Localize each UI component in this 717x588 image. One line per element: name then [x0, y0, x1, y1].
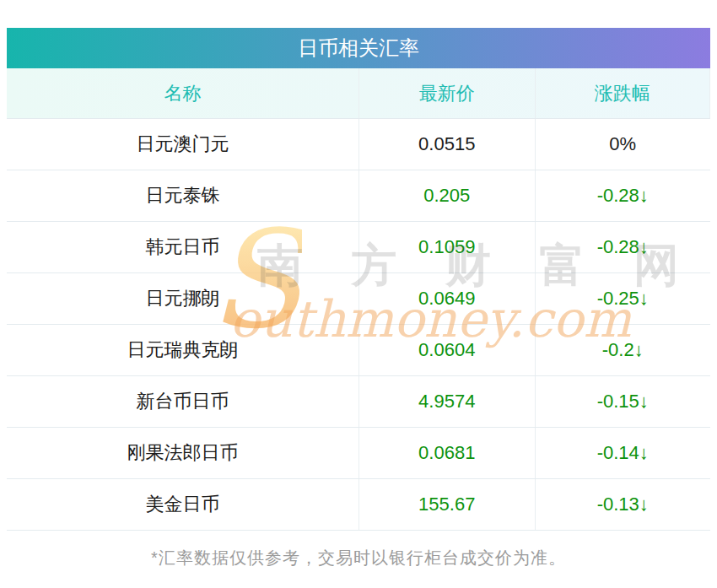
pair-name: 日元瑞典克朗	[7, 325, 358, 375]
pair-name: 日元泰铢	[7, 170, 358, 221]
latest-price: 155.67	[358, 479, 535, 530]
change-percent: 0%	[535, 119, 711, 170]
change-percent: -0.25↓	[535, 273, 711, 324]
latest-price: 0.0515	[358, 119, 535, 170]
exchange-rate-page: 日币相关汇率 名称 最新价 涨跌幅 日元澳门元 0.0515 0% 日元泰铢 0…	[0, 0, 717, 588]
column-header-change: 涨跌幅	[535, 68, 711, 118]
column-header-price: 最新价	[358, 68, 535, 118]
table-row: 刚果法郎日币 0.0681 -0.14↓	[7, 428, 710, 479]
table-row: 新台币日币 4.9574 -0.15↓	[7, 376, 710, 428]
change-percent: -0.2↓	[535, 325, 711, 375]
table-row: 日元泰铢 0.205 -0.28↓	[7, 170, 710, 222]
table-header-row: 名称 最新价 涨跌幅	[7, 68, 710, 119]
change-percent: -0.28↓	[535, 170, 711, 221]
change-percent: -0.15↓	[535, 376, 711, 427]
pair-name: 日元挪朗	[7, 273, 358, 324]
latest-price: 0.205	[358, 170, 535, 221]
rate-table: 日币相关汇率 名称 最新价 涨跌幅 日元澳门元 0.0515 0% 日元泰铢 0…	[7, 28, 710, 531]
table-row: 美金日币 155.67 -0.13↓	[7, 479, 710, 531]
change-percent: -0.28↓	[535, 222, 711, 272]
table-row: 日元挪朗 0.0649 -0.25↓	[7, 273, 710, 325]
table-row: 韩元日币 0.1059 -0.28↓	[7, 222, 710, 273]
latest-price: 0.1059	[358, 222, 535, 272]
pair-name: 韩元日币	[7, 222, 358, 272]
change-percent: -0.14↓	[535, 428, 711, 478]
pair-name: 美金日币	[7, 479, 358, 530]
disclaimer-note: *汇率数据仅供参考，交易时以银行柜台成交价为准。	[0, 547, 717, 569]
latest-price: 0.0604	[358, 325, 535, 375]
latest-price: 0.0649	[358, 273, 535, 324]
column-header-name: 名称	[7, 68, 358, 118]
latest-price: 0.0681	[358, 428, 535, 478]
pair-name: 新台币日币	[7, 376, 358, 427]
change-percent: -0.13↓	[535, 479, 711, 530]
pair-name: 刚果法郎日币	[7, 428, 358, 478]
latest-price: 4.9574	[358, 376, 535, 427]
table-title: 日币相关汇率	[7, 28, 710, 68]
table-row: 日元澳门元 0.0515 0%	[7, 119, 710, 170]
pair-name: 日元澳门元	[7, 119, 358, 170]
table-row: 日元瑞典克朗 0.0604 -0.2↓	[7, 325, 710, 376]
